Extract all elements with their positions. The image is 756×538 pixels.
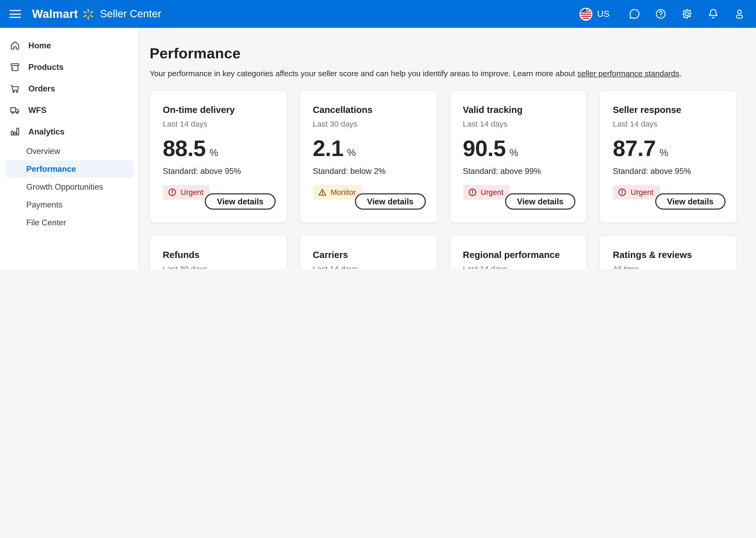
bell-icon [707, 8, 719, 20]
badge-label: Urgent [631, 188, 654, 196]
card-period: Last 14 days [463, 264, 575, 269]
status-badge-urgent: Urgent [613, 185, 660, 200]
page-description: Your performance in key categories affec… [150, 68, 737, 79]
sidebar-item-label: Analytics [28, 127, 65, 136]
bar-chart-icon [10, 126, 21, 137]
sidebar-item-file-center[interactable]: File Center [5, 214, 134, 231]
card-value-row: 90.5 % [463, 137, 575, 160]
view-details-button[interactable]: View details [655, 193, 726, 210]
card-period: Last 14 days [163, 119, 275, 128]
sidebar-item-analytics[interactable]: Analytics [0, 121, 139, 142]
sidebar-item-label: Products [28, 62, 64, 72]
main-content: Performance Your performance in key cate… [139, 28, 756, 269]
alert-circle-icon [618, 188, 627, 196]
card-title: Cancellations [313, 105, 425, 116]
sidebar-item-products[interactable]: Products [0, 56, 139, 78]
card-unit: % [209, 147, 218, 159]
page-title: Performance [150, 45, 737, 62]
top-header: Walmart Seller Center [0, 0, 756, 28]
alert-circle-icon [168, 188, 176, 196]
card-regional-performance: Regional performance Last 14 days 9 stat… [450, 235, 587, 269]
card-period: All time [613, 264, 725, 269]
sidebar-item-label: File Center [26, 218, 66, 227]
chat-icon [629, 8, 640, 20]
card-value: 90.5 [463, 137, 505, 160]
sidebar: Home Products [0, 28, 139, 269]
help-icon [655, 8, 667, 20]
sidebar-item-payments[interactable]: Payments [5, 196, 134, 213]
sidebar-item-overview[interactable]: Overview [5, 142, 134, 160]
status-badge-urgent: Urgent [463, 185, 510, 200]
view-details-button[interactable]: View details [505, 193, 576, 210]
sidebar-item-label: Performance [26, 164, 76, 174]
app-title: Seller Center [100, 8, 161, 20]
notifications-button[interactable] [707, 8, 719, 20]
badge-label: Urgent [481, 188, 503, 196]
card-standard: Standard: above 95% [613, 167, 725, 176]
cart-icon [10, 83, 21, 94]
card-period: Last 14 days [313, 264, 425, 269]
card-period: Last 14 days [463, 119, 575, 128]
card-period: Last 30 days [163, 264, 275, 269]
card-standard: Standard: above 99% [463, 167, 575, 176]
card-standard: Standard: above 95% [163, 167, 275, 176]
card-ratings-reviews: Ratings & reviews All time 4.3 Average V… [600, 235, 737, 269]
sidebar-item-label: Growth Opportunities [26, 182, 103, 191]
seller-center-app: Walmart Seller Center [0, 0, 756, 269]
card-title: Regional performance [463, 249, 575, 261]
card-period: Last 14 days [613, 119, 725, 128]
card-title: Carriers [313, 249, 425, 261]
performance-cards-grid: On-time delivery Last 14 days 88.5 % Sta… [150, 90, 737, 269]
sidebar-item-home[interactable]: Home [0, 35, 139, 56]
card-standard: Standard: below 2% [313, 167, 425, 176]
hamburger-icon [10, 10, 21, 11]
card-value: 87.7 [613, 137, 656, 160]
person-icon [733, 8, 745, 20]
sidebar-item-orders[interactable]: Orders [0, 78, 139, 99]
sidebar-item-label: Overview [26, 146, 60, 156]
us-flag-icon [579, 7, 593, 21]
hamburger-menu-button[interactable] [10, 10, 21, 18]
seller-performance-standards-link[interactable]: seller performance standards [577, 69, 679, 78]
sidebar-item-label: WFS [28, 105, 46, 115]
sidebar-item-performance[interactable]: Performance [5, 160, 134, 178]
settings-button[interactable] [681, 8, 693, 20]
help-button[interactable] [655, 8, 667, 20]
sidebar-item-label: Payments [26, 200, 63, 209]
card-title: Valid tracking [463, 105, 575, 116]
badge-label: Urgent [181, 188, 204, 196]
view-details-button[interactable]: View details [205, 193, 276, 210]
header-actions: US [579, 7, 745, 21]
description-text: Your performance in key categories affec… [150, 69, 577, 78]
walmart-wordmark: Walmart [32, 7, 78, 21]
card-unit: % [659, 147, 668, 159]
card-title: Refunds [163, 249, 275, 261]
account-button[interactable] [733, 8, 745, 20]
alert-circle-icon [468, 188, 476, 196]
badge-label: Monitor [331, 188, 356, 196]
walmart-spark-icon [82, 7, 95, 21]
card-title: Seller response [613, 105, 725, 116]
view-details-button[interactable]: View details [355, 193, 426, 210]
sidebar-item-wfs[interactable]: WFS [0, 99, 139, 121]
chat-button[interactable] [629, 8, 640, 20]
card-value-row: 2.1 % [313, 137, 425, 160]
card-value: 88.5 [163, 137, 206, 160]
status-badge-monitor: Monitor [313, 185, 362, 200]
description-text-end: . [679, 69, 682, 78]
sidebar-item-label: Orders [28, 84, 55, 93]
truck-icon [10, 105, 21, 116]
locale-label: US [597, 9, 609, 19]
locale-selector[interactable]: US [579, 7, 609, 21]
analytics-submenu: Overview Performance Growth Opportunitie… [0, 142, 139, 231]
card-value-row: 88.5 % [163, 137, 275, 160]
card-valid-tracking: Valid tracking Last 14 days 90.5 % Stand… [450, 90, 587, 223]
card-value-row: 87.7 % [613, 137, 725, 160]
gear-icon [681, 8, 693, 20]
card-unit: % [509, 147, 518, 159]
sidebar-item-label: Home [28, 41, 51, 50]
card-period: Last 30 days [313, 119, 425, 128]
warning-triangle-icon [318, 188, 327, 196]
sidebar-item-growth-opportunities[interactable]: Growth Opportunities [5, 178, 134, 195]
card-carriers: Carriers Last 14 days 1 of 3 carriers be… [300, 235, 437, 269]
